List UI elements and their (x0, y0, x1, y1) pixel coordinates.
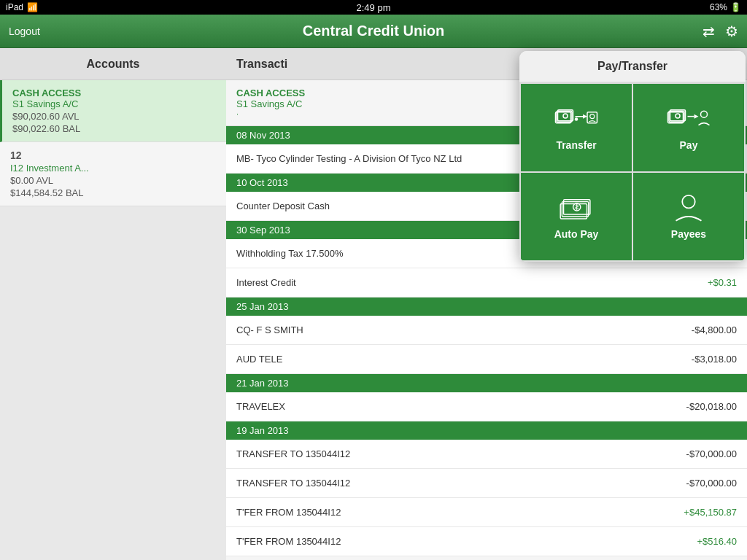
payees-button[interactable]: Payees (633, 173, 744, 260)
svg-point-3 (563, 114, 568, 118)
transfer-label: Transfer (556, 139, 596, 151)
svg-marker-14 (694, 114, 699, 119)
status-left: iPad 📶 (6, 2, 38, 12)
status-time: 2:49 pm (357, 2, 391, 13)
battery-icon: 🔋 (730, 2, 741, 12)
battery-text: 63% (710, 2, 727, 12)
status-bar: iPad 📶 2:49 pm 63% 🔋 (0, 0, 747, 15)
svg-point-21 (682, 195, 694, 208)
svg-point-6 (575, 117, 578, 121)
logout-button[interactable]: Logout (9, 26, 40, 37)
app-title: Central Credit Union (303, 23, 444, 39)
pay-icon (667, 104, 711, 133)
svg-point-15 (701, 111, 708, 117)
payees-label: Payees (671, 228, 706, 240)
header-icons: ⇄ ⚙ (703, 23, 738, 40)
autopay-button[interactable]: Auto Pay (521, 173, 632, 260)
pay-label: Pay (680, 139, 698, 151)
svg-marker-5 (583, 114, 587, 119)
wifi-icon: 📶 (27, 2, 38, 12)
autopay-label: Auto Pay (554, 228, 599, 240)
carrier-text: iPad (6, 2, 23, 12)
pay-button[interactable]: Pay (633, 84, 744, 171)
settings-icon[interactable]: ⚙ (725, 23, 738, 40)
transfer-icon (554, 104, 598, 133)
transfer-button[interactable]: Transfer (521, 84, 632, 171)
header: Logout Central Credit Union ⇄ ⚙ (0, 15, 747, 48)
pay-transfer-popup: Pay/Transfer (519, 51, 746, 262)
autopay-icon (554, 193, 598, 222)
transfer-icon[interactable]: ⇄ (703, 23, 715, 40)
svg-rect-7 (587, 112, 597, 123)
popup-overlay: Pay/Transfer (0, 48, 747, 560)
svg-point-8 (590, 114, 595, 119)
status-right: 63% 🔋 (710, 2, 741, 12)
popup-grid: Transfer Pay (519, 82, 746, 262)
payees-icon (667, 193, 711, 222)
popup-title: Pay/Transfer (519, 51, 746, 82)
svg-point-12 (676, 114, 680, 118)
